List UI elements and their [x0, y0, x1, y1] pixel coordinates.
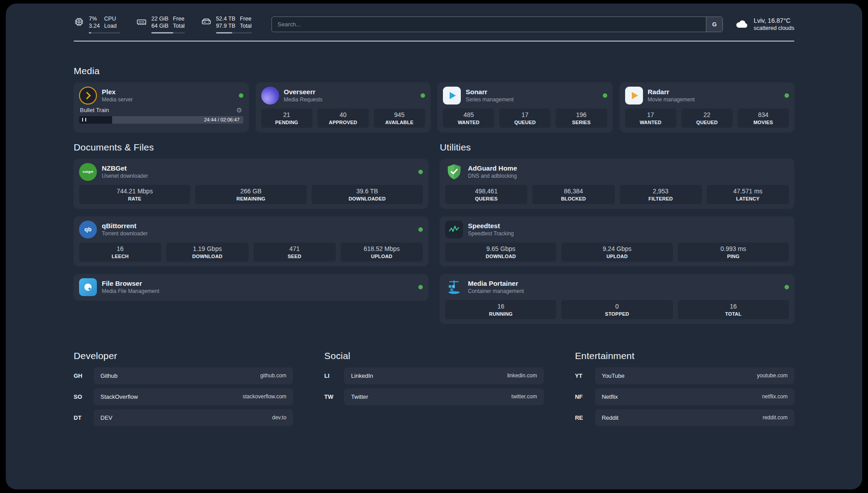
adguard-card[interactable]: AdGuard Home DNS and adblocking 498,461 …: [440, 159, 794, 209]
cloud-icon: [734, 19, 749, 29]
app-title: qBittorrent: [102, 222, 148, 230]
bookmark-row: DT DEV dev.to: [74, 409, 293, 426]
sonarr-card[interactable]: Sonarr Series management 485 WANTED 17 Q…: [438, 83, 613, 132]
section-title-documents: Documents & Files: [74, 142, 428, 153]
overseerr-card[interactable]: Overseerr Media Requests 21 PENDING 40 A…: [256, 83, 431, 132]
nzbget-card[interactable]: nzbget NZBGet Usenet downloader 744.21 M…: [74, 159, 428, 209]
radarr-icon: [625, 87, 643, 104]
header-divider: [74, 41, 794, 42]
bookmark-url: youtube.com: [757, 372, 788, 379]
portainer-icon: [445, 278, 463, 296]
stat-tile: 86,384 BLOCKED: [532, 185, 614, 204]
section-title-utilities: Utilities: [440, 142, 794, 153]
qbittorrent-icon: qb: [79, 221, 97, 238]
bookmark-abbr: GH: [74, 372, 87, 379]
bookmark-pill-github[interactable]: Github github.com: [94, 368, 293, 384]
overseerr-icon: [261, 87, 279, 104]
stat-tile: 16 RUNNING: [445, 300, 556, 319]
bookmark-url: netflix.com: [762, 393, 788, 400]
bookmark-pill-stackoverflow[interactable]: StackOverflow stackoverflow.com: [94, 389, 293, 405]
cpu-percent: 7%: [89, 15, 100, 22]
portainer-card[interactable]: Media Portainer Container management 16 …: [440, 274, 794, 324]
stat-tile: 834 MOVIES: [738, 109, 789, 128]
stat-tile: 945 AVAILABLE: [374, 109, 425, 128]
cpu-labels: CPU Load: [104, 15, 117, 30]
stat-tile: 22 QUEUED: [681, 109, 733, 128]
speedtest-card[interactable]: Speedtest Speedtest Tracking 9.65 Gbps D…: [440, 217, 794, 266]
stat-tile: 9.24 Gbps UPLOAD: [561, 242, 672, 262]
bookmark-pill-youtube[interactable]: YouTube youtube.com: [595, 368, 794, 384]
developer-section: Developer GH Github github.com SO StackO…: [74, 351, 293, 430]
sonarr-icon: [443, 87, 461, 104]
status-dot: [785, 93, 789, 98]
cpu-widget: 7% 3.24 CPU Load: [74, 15, 120, 33]
bookmark-row: YT YouTube youtube.com: [575, 368, 794, 384]
cpu-load-value: 3.24: [89, 22, 100, 29]
section-title-social: Social: [324, 351, 543, 361]
bookmark-url: linkedin.com: [507, 372, 537, 379]
screen: 7% 3.24 CPU Load: [0, 0, 868, 493]
stat-tile: 1.19 Gbps DOWNLOAD: [166, 242, 248, 262]
pause-icon[interactable]: [82, 118, 86, 121]
radarr-card[interactable]: Radarr Movie management 17 WANTED 22 QUE…: [620, 83, 795, 132]
status-dot: [785, 285, 789, 289]
storage-widget: 52.4 TB 97.9 TB Free Total: [201, 15, 252, 33]
speedtest-icon: [445, 221, 463, 238]
stat-tile: 2,953 FILTERED: [620, 185, 702, 204]
status-dot: [418, 285, 423, 289]
bookmark-pill-linkedin[interactable]: LinkedIn linkedin.com: [344, 368, 543, 384]
qbittorrent-card[interactable]: qb qBittorrent Torrent downloader 16 LEE…: [74, 217, 428, 266]
plex-seekbar[interactable]: 24:44 / 02:06:47: [79, 116, 243, 124]
search-bar: G: [271, 17, 723, 32]
stat-tile: 266 GB REMAINING: [195, 185, 306, 204]
stat-tile: 21 PENDING: [261, 109, 313, 128]
bookmark-abbr: SO: [74, 393, 87, 400]
plex-card[interactable]: Plex Media server Bullet Train ⚙: [74, 83, 249, 132]
status-dot: [603, 93, 607, 98]
section-title-media: Media: [74, 66, 794, 76]
bookmark-name: Reddit: [602, 414, 619, 421]
stat-tile: 744.21 Mbps RATE: [79, 185, 190, 204]
storage-values: 52.4 TB 97.9 TB: [216, 15, 236, 30]
bookmark-name: Twitter: [351, 393, 368, 400]
filebrowser-card[interactable]: File Browser Media File Management: [74, 274, 428, 301]
stat-tile: 47.571 ms LATENCY: [707, 185, 789, 204]
app-title: File Browser: [102, 280, 159, 287]
bookmark-pill-twitter[interactable]: Twitter twitter.com: [344, 389, 543, 405]
bookmark-pill-reddit[interactable]: Reddit reddit.com: [595, 409, 794, 426]
bookmark-url: stackoverflow.com: [242, 393, 286, 400]
bookmark-row: TW Twitter twitter.com: [324, 389, 543, 405]
stat-tile: 16 LEECH: [79, 242, 161, 262]
memory-widget: 22 GiB 64 GiB Free Total: [136, 15, 185, 33]
app-subtitle: Torrent downloader: [102, 230, 148, 237]
weather-location: Lviv, 16.87°C: [754, 17, 794, 24]
status-dot: [421, 93, 425, 98]
filebrowser-icon: [79, 278, 97, 296]
status-dot: [239, 93, 243, 98]
stat-tile: 498,461 QUERIES: [445, 185, 527, 204]
search-engine-button[interactable]: G: [706, 17, 722, 32]
weather-widget[interactable]: Lviv, 16.87°C scattered clouds: [734, 17, 794, 31]
gear-icon[interactable]: ⚙: [236, 107, 242, 113]
stat-tile: 9.65 Gbps DOWNLOAD: [445, 242, 556, 262]
bookmark-pill-dev[interactable]: DEV dev.to: [94, 409, 293, 426]
stat-tile: 16 TOTAL: [678, 300, 789, 319]
bookmark-row: NF Netflix netflix.com: [575, 389, 794, 405]
weather-condition: scattered clouds: [754, 25, 794, 31]
plex-icon: [79, 87, 97, 104]
nzbget-icon: nzbget: [79, 163, 97, 181]
app-title: Speedtest: [468, 222, 514, 230]
bookmark-name: YouTube: [602, 372, 625, 379]
section-title-developer: Developer: [74, 351, 293, 361]
app-subtitle: DNS and adblocking: [468, 173, 517, 179]
app-subtitle: Media server: [102, 96, 133, 103]
bookmark-row: GH Github github.com: [74, 368, 293, 384]
section-title-entertainment: Entertainment: [575, 351, 794, 361]
memory-icon: [136, 17, 147, 27]
app-subtitle: Media Requests: [284, 96, 323, 103]
app-title: AdGuard Home: [468, 164, 517, 172]
app-title: Media Portainer: [468, 280, 524, 287]
stat-tile: 39.6 TB DOWNLOADED: [312, 185, 423, 204]
bookmark-pill-netflix[interactable]: Netflix netflix.com: [595, 389, 794, 405]
search-input[interactable]: [271, 17, 723, 32]
